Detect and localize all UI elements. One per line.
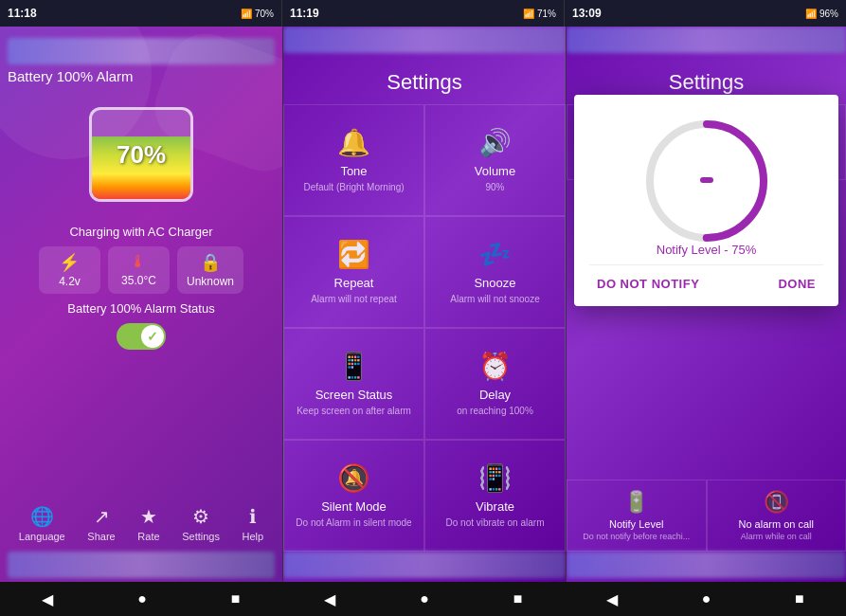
recent-button-2[interactable]: ■ <box>513 590 523 608</box>
charging-text: Charging with AC Charger <box>69 225 212 239</box>
blurred-bottom-strip-1 <box>8 552 275 578</box>
nav-share[interactable]: ↗ Share <box>87 505 115 542</box>
battery-icon-2: 📶 71% <box>523 9 556 19</box>
alarm-toggle[interactable]: ✓ <box>117 323 166 350</box>
bottom-nav: 🌐 Language ↗ Share ★ Rate ⚙ Settings ℹ H… <box>8 498 275 548</box>
blurred-top-strip-1 <box>8 38 275 64</box>
panel2-title: Settings <box>283 57 566 104</box>
tone-desc: Default (Bright Morning) <box>303 181 404 193</box>
nav-settings[interactable]: ⚙ Settings <box>182 505 220 542</box>
home-button-1[interactable]: ● <box>137 590 147 608</box>
alarm-status-label: Battery 100% Alarm Status <box>67 301 214 316</box>
no-alarm-call-label: No alarm on call <box>739 518 814 530</box>
time-1: 11:18 <box>8 7 37 20</box>
screen-icon: 📱 <box>337 351 370 382</box>
settings-repeat[interactable]: 🔁 Repeat Alarm will not repeat <box>283 216 424 328</box>
status-section-2: 11:19 📶 71% <box>282 0 565 27</box>
p3-notify-level[interactable]: 🔋 Notify Level Do not notify before reac… <box>567 480 707 552</box>
silent-desc: Do not Alarm in silent mode <box>296 516 411 529</box>
settings-screen-status[interactable]: 📱 Screen Status Keep screen on after ala… <box>283 328 424 440</box>
dialog-actions: DO NOT NOTIFY DONE <box>589 264 823 299</box>
system-nav-bar: ◀ ● ■ ◀ ● ■ ◀ ● ■ <box>0 582 846 616</box>
repeat-icon: 🔁 <box>337 239 370 270</box>
snooze-icon: 💤 <box>478 239 512 270</box>
check-icon: ✓ <box>147 329 158 344</box>
tone-label: Tone <box>340 164 367 178</box>
svg-rect-2 <box>700 177 713 183</box>
settings-vibrate[interactable]: 📳 Vibrate Do not vibrate on alarm <box>424 440 566 552</box>
settings-delay[interactable]: ⏰ Delay on reaching 100% <box>424 328 566 440</box>
repeat-label: Repeat <box>334 276 374 290</box>
time-2: 11:19 <box>290 7 319 20</box>
delay-icon: ⏰ <box>478 351 512 382</box>
volume-label: Volume <box>475 164 515 178</box>
back-button-2[interactable]: ◀ <box>324 590 335 608</box>
voltage-value: 4.2v <box>59 275 81 288</box>
settings-volume[interactable]: 🔊 Volume 90% <box>424 104 566 216</box>
snooze-desc: Alarm will not snooze <box>450 293 539 305</box>
status-icons-3: 📶 96% <box>805 9 838 19</box>
no-alarm-call-desc: Alarm while on call <box>741 532 812 541</box>
stat-voltage: ⚡ 4.2v <box>39 246 100 294</box>
recent-button-1[interactable]: ■ <box>231 590 241 608</box>
status-section-1: 11:18 📶 70% <box>0 0 282 27</box>
battery-percent: 70% <box>117 140 166 170</box>
repeat-desc: Alarm will not repeat <box>311 293 397 305</box>
globe-icon: 🌐 <box>30 505 54 528</box>
recent-button-3[interactable]: ■ <box>795 590 804 608</box>
thermometer-icon: 🌡 <box>130 252 147 272</box>
panel-battery-alarm: Battery 100% Alarm 70% Charging with AC … <box>0 27 282 582</box>
panel3-bottom-row: 🔋 Notify Level Do not notify before reac… <box>567 480 846 552</box>
do-not-notify-button[interactable]: DO NOT NOTIFY <box>589 273 707 295</box>
blurred-bottom-strip-3 <box>567 552 846 578</box>
screen-label: Screen Status <box>315 388 393 402</box>
settings-grid: 🔔 Tone Default (Bright Morning) 🔊 Volume… <box>283 104 566 552</box>
snooze-label: Snooze <box>474 276 515 290</box>
status-section-3: 13:09 📶 96% <box>565 0 846 27</box>
temp-value: 35.0°C <box>121 274 156 287</box>
battery-tip <box>192 151 193 158</box>
notify-level-dialog: Notify Level - 75% DO NOT NOTIFY DONE <box>574 95 838 306</box>
unknown-value: Unknown <box>187 275 234 288</box>
nav-rate[interactable]: ★ Rate <box>137 505 159 542</box>
p3-no-alarm-call[interactable]: 📵 No alarm on call Alarm while on call <box>707 480 847 552</box>
delay-label: Delay <box>479 388 511 402</box>
notify-level-icon: 🔋 <box>623 490 649 515</box>
panel-settings-main: Settings 🔔 Tone Default (Bright Morning)… <box>283 27 566 582</box>
star-icon: ★ <box>140 505 157 528</box>
nav-share-label: Share <box>87 531 115 542</box>
home-button-2[interactable]: ● <box>420 590 429 608</box>
notify-level-desc: Do not notify before reachi... <box>583 532 690 541</box>
home-button-3[interactable]: ● <box>702 590 711 608</box>
status-bar: 11:18 📶 70% 11:19 📶 71% 13:09 📶 96% <box>0 0 846 27</box>
stat-temperature: 🌡 35.0°C <box>108 246 170 294</box>
back-button-1[interactable]: ◀ <box>42 590 53 608</box>
tone-icon: 🔔 <box>337 127 370 158</box>
blurred-top-strip-2 <box>283 27 566 53</box>
stats-row: ⚡ 4.2v 🌡 35.0°C 🔒 Unknown <box>39 246 243 294</box>
blurred-top-strip-3 <box>567 27 846 53</box>
settings-tone[interactable]: 🔔 Tone Default (Bright Morning) <box>283 104 424 216</box>
notify-level-label: Notify Level <box>609 518 663 530</box>
nav-language-label: Language <box>19 531 65 542</box>
info-icon: ℹ <box>249 505 257 528</box>
back-button-3[interactable]: ◀ <box>606 590 618 608</box>
panels-container: Battery 100% Alarm 70% Charging with AC … <box>0 27 846 582</box>
lightning-icon: ⚡ <box>59 252 80 273</box>
toggle-row: ✓ <box>117 323 166 350</box>
volume-icon: 🔊 <box>478 127 512 158</box>
share-icon: ↗ <box>94 505 110 528</box>
battery-display: 70% <box>84 100 198 213</box>
delay-desc: on reaching 100% <box>457 405 533 417</box>
settings-silent-mode[interactable]: 🔕 Silent Mode Do not Alarm in silent mod… <box>283 440 424 552</box>
done-button[interactable]: DONE <box>770 273 823 295</box>
nav-language[interactable]: 🌐 Language <box>19 505 65 542</box>
gear-icon: ⚙ <box>192 505 209 528</box>
vibrate-desc: Do not vibrate on alarm <box>446 516 545 529</box>
nav-help[interactable]: ℹ Help <box>243 505 264 542</box>
settings-snooze[interactable]: 💤 Snooze Alarm will not snooze <box>424 216 566 328</box>
silent-label: Silent Mode <box>321 499 387 514</box>
battery-icon-3: 📶 96% <box>805 9 838 19</box>
notify-level-text: Notify Level - 75% <box>657 243 757 257</box>
time-3: 13:09 <box>572 7 602 20</box>
